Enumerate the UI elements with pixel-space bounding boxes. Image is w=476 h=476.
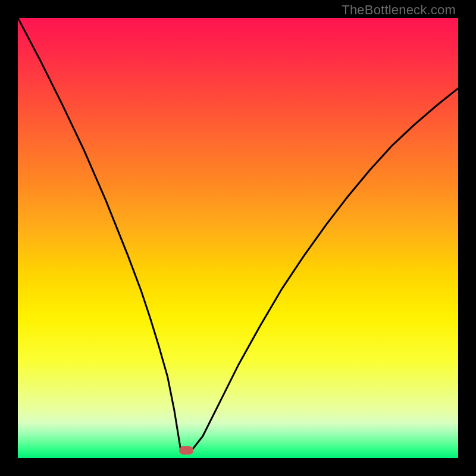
plot-area [18, 18, 458, 458]
bottleneck-curve [18, 18, 458, 458]
watermark-text: TheBottleneck.com [342, 2, 456, 18]
chart-frame: TheBottleneck.com [0, 0, 476, 476]
optimal-point-marker [179, 446, 193, 455]
